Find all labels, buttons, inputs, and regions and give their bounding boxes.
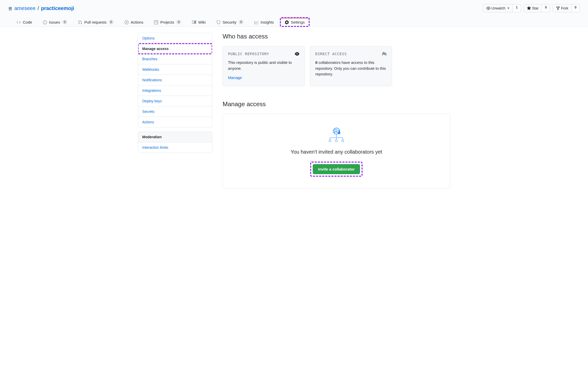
star-label: Star [532, 6, 539, 11]
sidebar-item-branches[interactable]: Branches [138, 54, 212, 64]
sidebar-item-secrets[interactable]: Secrets [138, 106, 212, 117]
main-content: Options Manage access Branches Webhooks … [130, 27, 458, 195]
repo-actions: Unwatch 1 Star 0 Fork 0 [483, 4, 580, 12]
tab-insights[interactable]: Insights [250, 18, 278, 26]
sidebar-item-manage-access[interactable]: Manage access [138, 44, 212, 54]
tab-settings[interactable]: Settings [280, 18, 309, 26]
repo-owner-link[interactable]: ameseee [14, 5, 35, 11]
public-repo-title: PUBLIC REPOSITORY [228, 52, 269, 56]
fork-count[interactable]: 0 [572, 4, 580, 12]
tab-label: Actions [131, 20, 143, 24]
caret-down-icon [507, 8, 509, 9]
project-icon [154, 20, 158, 24]
direct-access-text: collaborators have access to this reposi… [315, 60, 386, 76]
who-has-access-title: Who has access [223, 33, 450, 40]
fork-group: Fork 0 [553, 4, 580, 12]
highlight-settings: Settings [280, 18, 309, 26]
settings-sidebar: Options Manage access Branches Webhooks … [138, 33, 212, 189]
graph-icon [254, 20, 259, 24]
direct-access-card: DIRECT ACCESS 0 collaborators have acces… [310, 46, 392, 86]
tab-counter: 0 [109, 20, 114, 24]
sidebar-item-options[interactable]: Options [138, 33, 212, 44]
fork-icon [556, 6, 560, 11]
content-area: Who has access PUBLIC REPOSITORY This re… [223, 33, 450, 189]
empty-state-heading: You haven't invited any collaborators ye… [235, 149, 438, 155]
repo-icon [8, 5, 12, 11]
sidebar-group-main: Options Manage access Branches Webhooks … [138, 33, 212, 127]
sidebar-item-webhooks[interactable]: Webhooks [138, 64, 212, 75]
watch-group: Unwatch 1 [483, 4, 521, 12]
tab-label: Pull requests [84, 20, 107, 24]
tab-label: Issues [49, 20, 60, 24]
git-pull-request-icon [78, 20, 82, 24]
direct-access-body: 0 collaborators have access to this repo… [315, 60, 387, 77]
tab-counter: 0 [62, 20, 67, 24]
svg-point-9 [335, 140, 337, 142]
svg-point-1 [335, 129, 337, 132]
sidebar-item-interaction-limits[interactable]: Interaction limits [138, 142, 212, 153]
star-group: Star 0 [524, 4, 550, 12]
tab-issues[interactable]: Issues 0 [39, 17, 72, 26]
fork-button[interactable]: Fork [553, 4, 572, 12]
eye-icon [486, 6, 490, 11]
tab-counter: 0 [239, 20, 244, 24]
sidebar-item-actions[interactable]: Actions [138, 117, 212, 127]
invite-collaborator-button[interactable]: Invite a collaborator [313, 164, 360, 174]
access-cards: PUBLIC REPOSITORY This repository is pub… [223, 46, 450, 86]
tab-pull-requests[interactable]: Pull requests 0 [74, 17, 118, 26]
star-count[interactable]: 0 [542, 4, 550, 12]
svg-rect-2 [338, 132, 340, 134]
repo-header: ameseee / practiceemoji Unwatch 1 Star 0 [0, 0, 588, 27]
tab-actions[interactable]: Actions [120, 18, 148, 26]
sidebar-item-notifications[interactable]: Notifications [138, 75, 212, 85]
sidebar-heading-moderation: Moderation [138, 132, 212, 142]
fork-label: Fork [561, 6, 568, 11]
code-icon [17, 20, 21, 24]
direct-access-title: DIRECT ACCESS [315, 52, 347, 56]
tab-label: Security [223, 20, 236, 24]
svg-point-10 [342, 140, 344, 142]
gear-icon [285, 20, 289, 24]
svg-point-8 [329, 140, 331, 142]
star-button[interactable]: Star [524, 4, 542, 12]
watch-count[interactable]: 1 [513, 4, 521, 12]
sidebar-item-deploy-keys[interactable]: Deploy keys [138, 96, 212, 106]
eye-icon [295, 52, 299, 56]
sidebar-item-integrations[interactable]: Integrations [138, 85, 212, 96]
issue-icon [43, 20, 47, 24]
tab-label: Wiki [198, 20, 205, 24]
highlight-manage-access: Manage access [138, 44, 212, 54]
book-icon [192, 20, 196, 24]
unwatch-label: Unwatch [491, 6, 505, 11]
manage-access-title: Manage access [223, 101, 450, 108]
tab-counter: 0 [176, 20, 181, 24]
unwatch-button[interactable]: Unwatch [483, 4, 513, 12]
public-repo-text: This repository is public and visible to… [228, 60, 292, 71]
play-icon [125, 20, 129, 24]
public-repo-card: PUBLIC REPOSITORY This repository is pub… [223, 46, 305, 86]
tab-security[interactable]: Security 0 [212, 17, 248, 26]
highlight-invite: Invite a collaborator [311, 162, 362, 176]
repo-name-link[interactable]: practiceemoji [41, 5, 74, 11]
tab-label: Projects [160, 20, 174, 24]
tab-code[interactable]: Code [12, 18, 36, 26]
tab-wiki[interactable]: Wiki [188, 18, 210, 26]
people-icon [382, 52, 387, 56]
tab-label: Insights [261, 20, 274, 24]
collaborators-illustration-icon [327, 126, 345, 143]
manage-link[interactable]: Manage [228, 75, 242, 81]
sidebar-group-moderation: Moderation Interaction limits [138, 132, 212, 153]
tab-projects[interactable]: Projects 0 [150, 17, 186, 26]
tab-label: Code [23, 20, 32, 24]
repo-separator: / [37, 5, 39, 11]
repo-title: ameseee / practiceemoji [8, 5, 74, 11]
shield-icon [216, 20, 221, 24]
tab-label: Settings [291, 20, 305, 24]
manage-access-box: You haven't invited any collaborators ye… [223, 114, 450, 189]
public-repo-body: This repository is public and visible to… [228, 60, 299, 81]
star-icon [527, 6, 531, 11]
repo-tabs: Code Issues 0 Pull requests 0 Actions Pr… [8, 17, 580, 26]
